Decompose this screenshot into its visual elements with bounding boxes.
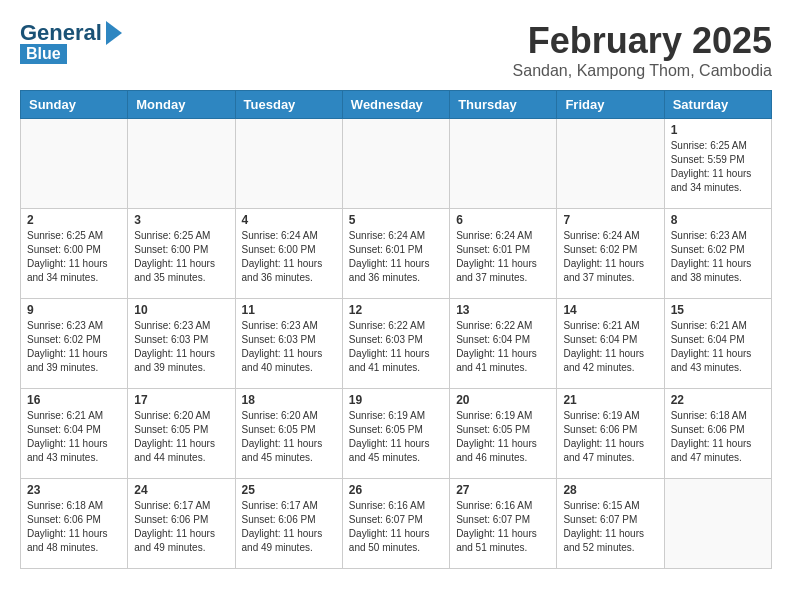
day-number: 12 — [349, 303, 443, 317]
table-row — [128, 119, 235, 209]
table-row: 5Sunrise: 6:24 AM Sunset: 6:01 PM Daylig… — [342, 209, 449, 299]
day-info: Sunrise: 6:24 AM Sunset: 6:02 PM Dayligh… — [563, 229, 657, 285]
table-row: 20Sunrise: 6:19 AM Sunset: 6:05 PM Dayli… — [450, 389, 557, 479]
day-info: Sunrise: 6:25 AM Sunset: 6:00 PM Dayligh… — [134, 229, 228, 285]
month-title: February 2025 — [513, 20, 772, 62]
day-info: Sunrise: 6:19 AM Sunset: 6:05 PM Dayligh… — [349, 409, 443, 465]
day-number: 9 — [27, 303, 121, 317]
col-monday: Monday — [128, 91, 235, 119]
day-info: Sunrise: 6:25 AM Sunset: 5:59 PM Dayligh… — [671, 139, 765, 195]
header: General Blue February 2025 Sandan, Kampo… — [20, 20, 772, 80]
table-row — [450, 119, 557, 209]
day-number: 22 — [671, 393, 765, 407]
table-row: 12Sunrise: 6:22 AM Sunset: 6:03 PM Dayli… — [342, 299, 449, 389]
day-info: Sunrise: 6:22 AM Sunset: 6:03 PM Dayligh… — [349, 319, 443, 375]
day-info: Sunrise: 6:24 AM Sunset: 6:00 PM Dayligh… — [242, 229, 336, 285]
table-row: 25Sunrise: 6:17 AM Sunset: 6:06 PM Dayli… — [235, 479, 342, 569]
col-saturday: Saturday — [664, 91, 771, 119]
day-info: Sunrise: 6:18 AM Sunset: 6:06 PM Dayligh… — [27, 499, 121, 555]
day-info: Sunrise: 6:23 AM Sunset: 6:03 PM Dayligh… — [134, 319, 228, 375]
table-row: 21Sunrise: 6:19 AM Sunset: 6:06 PM Dayli… — [557, 389, 664, 479]
table-row — [21, 119, 128, 209]
logo-general: General — [20, 20, 102, 46]
day-number: 2 — [27, 213, 121, 227]
day-number: 25 — [242, 483, 336, 497]
day-number: 16 — [27, 393, 121, 407]
table-row: 18Sunrise: 6:20 AM Sunset: 6:05 PM Dayli… — [235, 389, 342, 479]
calendar-header-row: Sunday Monday Tuesday Wednesday Thursday… — [21, 91, 772, 119]
table-row: 3Sunrise: 6:25 AM Sunset: 6:00 PM Daylig… — [128, 209, 235, 299]
day-info: Sunrise: 6:19 AM Sunset: 6:06 PM Dayligh… — [563, 409, 657, 465]
table-row: 15Sunrise: 6:21 AM Sunset: 6:04 PM Dayli… — [664, 299, 771, 389]
table-row: 9Sunrise: 6:23 AM Sunset: 6:02 PM Daylig… — [21, 299, 128, 389]
table-row: 19Sunrise: 6:19 AM Sunset: 6:05 PM Dayli… — [342, 389, 449, 479]
day-info: Sunrise: 6:19 AM Sunset: 6:05 PM Dayligh… — [456, 409, 550, 465]
table-row: 23Sunrise: 6:18 AM Sunset: 6:06 PM Dayli… — [21, 479, 128, 569]
day-number: 15 — [671, 303, 765, 317]
calendar-week-row: 16Sunrise: 6:21 AM Sunset: 6:04 PM Dayli… — [21, 389, 772, 479]
table-row: 13Sunrise: 6:22 AM Sunset: 6:04 PM Dayli… — [450, 299, 557, 389]
logo: General Blue — [20, 20, 122, 64]
day-info: Sunrise: 6:18 AM Sunset: 6:06 PM Dayligh… — [671, 409, 765, 465]
table-row: 2Sunrise: 6:25 AM Sunset: 6:00 PM Daylig… — [21, 209, 128, 299]
day-info: Sunrise: 6:20 AM Sunset: 6:05 PM Dayligh… — [242, 409, 336, 465]
day-number: 4 — [242, 213, 336, 227]
table-row: 1Sunrise: 6:25 AM Sunset: 5:59 PM Daylig… — [664, 119, 771, 209]
col-wednesday: Wednesday — [342, 91, 449, 119]
day-info: Sunrise: 6:15 AM Sunset: 6:07 PM Dayligh… — [563, 499, 657, 555]
table-row — [342, 119, 449, 209]
col-friday: Friday — [557, 91, 664, 119]
day-info: Sunrise: 6:21 AM Sunset: 6:04 PM Dayligh… — [563, 319, 657, 375]
col-sunday: Sunday — [21, 91, 128, 119]
day-number: 20 — [456, 393, 550, 407]
table-row: 11Sunrise: 6:23 AM Sunset: 6:03 PM Dayli… — [235, 299, 342, 389]
day-number: 17 — [134, 393, 228, 407]
day-info: Sunrise: 6:21 AM Sunset: 6:04 PM Dayligh… — [27, 409, 121, 465]
table-row: 6Sunrise: 6:24 AM Sunset: 6:01 PM Daylig… — [450, 209, 557, 299]
day-number: 10 — [134, 303, 228, 317]
day-info: Sunrise: 6:16 AM Sunset: 6:07 PM Dayligh… — [456, 499, 550, 555]
table-row: 28Sunrise: 6:15 AM Sunset: 6:07 PM Dayli… — [557, 479, 664, 569]
table-row: 24Sunrise: 6:17 AM Sunset: 6:06 PM Dayli… — [128, 479, 235, 569]
day-info: Sunrise: 6:20 AM Sunset: 6:05 PM Dayligh… — [134, 409, 228, 465]
day-info: Sunrise: 6:23 AM Sunset: 6:02 PM Dayligh… — [27, 319, 121, 375]
table-row — [235, 119, 342, 209]
table-row: 8Sunrise: 6:23 AM Sunset: 6:02 PM Daylig… — [664, 209, 771, 299]
day-info: Sunrise: 6:22 AM Sunset: 6:04 PM Dayligh… — [456, 319, 550, 375]
day-number: 3 — [134, 213, 228, 227]
title-section: February 2025 Sandan, Kampong Thom, Camb… — [513, 20, 772, 80]
day-number: 23 — [27, 483, 121, 497]
logo-blue-text: Blue — [20, 44, 67, 64]
day-number: 1 — [671, 123, 765, 137]
table-row: 14Sunrise: 6:21 AM Sunset: 6:04 PM Dayli… — [557, 299, 664, 389]
calendar-week-row: 1Sunrise: 6:25 AM Sunset: 5:59 PM Daylig… — [21, 119, 772, 209]
col-tuesday: Tuesday — [235, 91, 342, 119]
day-info: Sunrise: 6:24 AM Sunset: 6:01 PM Dayligh… — [349, 229, 443, 285]
day-info: Sunrise: 6:21 AM Sunset: 6:04 PM Dayligh… — [671, 319, 765, 375]
col-thursday: Thursday — [450, 91, 557, 119]
day-info: Sunrise: 6:23 AM Sunset: 6:02 PM Dayligh… — [671, 229, 765, 285]
day-number: 8 — [671, 213, 765, 227]
table-row: 26Sunrise: 6:16 AM Sunset: 6:07 PM Dayli… — [342, 479, 449, 569]
day-number: 26 — [349, 483, 443, 497]
day-number: 24 — [134, 483, 228, 497]
table-row — [664, 479, 771, 569]
day-number: 6 — [456, 213, 550, 227]
day-info: Sunrise: 6:17 AM Sunset: 6:06 PM Dayligh… — [134, 499, 228, 555]
day-number: 14 — [563, 303, 657, 317]
table-row: 4Sunrise: 6:24 AM Sunset: 6:00 PM Daylig… — [235, 209, 342, 299]
day-number: 5 — [349, 213, 443, 227]
table-row: 16Sunrise: 6:21 AM Sunset: 6:04 PM Dayli… — [21, 389, 128, 479]
calendar-week-row: 9Sunrise: 6:23 AM Sunset: 6:02 PM Daylig… — [21, 299, 772, 389]
logo-arrow-icon — [106, 21, 122, 45]
location-title: Sandan, Kampong Thom, Cambodia — [513, 62, 772, 80]
table-row: 7Sunrise: 6:24 AM Sunset: 6:02 PM Daylig… — [557, 209, 664, 299]
calendar-week-row: 2Sunrise: 6:25 AM Sunset: 6:00 PM Daylig… — [21, 209, 772, 299]
day-number: 21 — [563, 393, 657, 407]
day-info: Sunrise: 6:25 AM Sunset: 6:00 PM Dayligh… — [27, 229, 121, 285]
day-info: Sunrise: 6:16 AM Sunset: 6:07 PM Dayligh… — [349, 499, 443, 555]
calendar-week-row: 23Sunrise: 6:18 AM Sunset: 6:06 PM Dayli… — [21, 479, 772, 569]
day-info: Sunrise: 6:17 AM Sunset: 6:06 PM Dayligh… — [242, 499, 336, 555]
day-number: 27 — [456, 483, 550, 497]
day-info: Sunrise: 6:24 AM Sunset: 6:01 PM Dayligh… — [456, 229, 550, 285]
